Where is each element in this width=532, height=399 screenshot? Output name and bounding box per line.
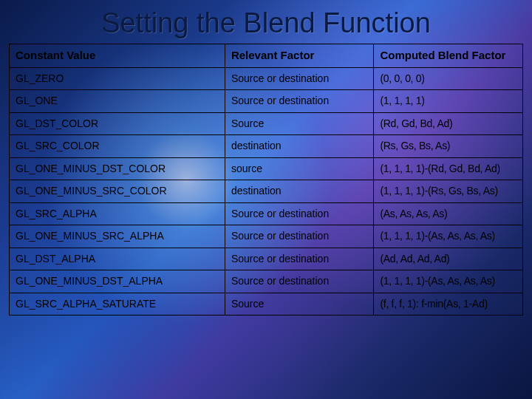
cell-computed: (As, As, As, As) bbox=[374, 202, 523, 225]
cell-factor: Source or destination bbox=[225, 225, 374, 248]
cell-constant: GL_ONE_MINUS_SRC_ALPHA bbox=[10, 225, 225, 248]
cell-computed: (Rd, Gd, Bd, Ad) bbox=[374, 112, 523, 135]
cell-computed: (1, 1, 1, 1)-(As, As, As, As) bbox=[374, 270, 523, 293]
cell-factor: Source or destination bbox=[225, 248, 374, 270]
blend-function-table: Constant Value Relevant Factor Computed … bbox=[9, 44, 523, 316]
cell-factor: Source bbox=[225, 112, 374, 135]
cell-factor: Source or destination bbox=[225, 67, 374, 90]
cell-constant: GL_SRC_COLOR bbox=[10, 135, 225, 158]
table-row: GL_ZEROSource or destination(0, 0, 0, 0) bbox=[10, 67, 523, 90]
slide-title: Setting the Blend Function bbox=[0, 0, 532, 44]
table-row: GL_SRC_COLORdestination(Rs, Gs, Bs, As) bbox=[10, 135, 523, 158]
slide: Setting the Blend Function Constant Valu… bbox=[0, 0, 532, 399]
cell-constant: GL_ONE bbox=[10, 90, 225, 113]
cell-constant: GL_ONE_MINUS_DST_ALPHA bbox=[10, 270, 225, 293]
table-row: GL_DST_COLORSource(Rd, Gd, Bd, Ad) bbox=[10, 112, 523, 135]
cell-computed: (1, 1, 1, 1)-(As, As, As, As) bbox=[374, 225, 523, 248]
table-row: GL_ONE_MINUS_DST_ALPHASource or destinat… bbox=[10, 270, 523, 293]
cell-factor: destination bbox=[225, 135, 374, 158]
cell-constant: GL_DST_COLOR bbox=[10, 112, 225, 135]
cell-factor: Source or destination bbox=[225, 270, 374, 293]
header-computed-blend-factor: Computed Blend Factor bbox=[374, 44, 523, 68]
cell-factor: source bbox=[225, 157, 374, 180]
table-row: GL_ONE_MINUS_SRC_ALPHASource or destinat… bbox=[10, 225, 523, 248]
cell-constant: GL_SRC_ALPHA bbox=[10, 202, 225, 225]
cell-computed: (f, f, f, 1): f-min(As, 1-Ad) bbox=[374, 293, 523, 316]
cell-factor: Source or destination bbox=[225, 90, 374, 113]
cell-computed: (1, 1, 1, 1)-(Rd, Gd, Bd, Ad) bbox=[374, 157, 523, 180]
cell-computed: (1, 1, 1, 1) bbox=[374, 90, 523, 113]
cell-factor: Source bbox=[225, 293, 374, 316]
cell-factor: Source or destination bbox=[225, 202, 374, 225]
table-row: GL_SRC_ALPHA_SATURATESource(f, f, f, 1):… bbox=[10, 293, 523, 316]
cell-computed: (Rs, Gs, Bs, As) bbox=[374, 135, 523, 158]
cell-constant: GL_ONE_MINUS_SRC_COLOR bbox=[10, 180, 225, 203]
cell-constant: GL_DST_ALPHA bbox=[10, 248, 225, 270]
cell-constant: GL_ZERO bbox=[10, 67, 225, 90]
cell-computed: (1, 1, 1, 1)-(Rs, Gs, Bs, As) bbox=[374, 180, 523, 203]
table-container: Constant Value Relevant Factor Computed … bbox=[0, 44, 532, 324]
cell-constant: GL_SRC_ALPHA_SATURATE bbox=[10, 293, 225, 316]
header-relevant-factor: Relevant Factor bbox=[225, 44, 374, 68]
cell-computed: (Ad, Ad, Ad, Ad) bbox=[374, 248, 523, 270]
cell-factor: destination bbox=[225, 180, 374, 203]
cell-constant: GL_ONE_MINUS_DST_COLOR bbox=[10, 157, 225, 180]
table-row: GL_ONESource or destination(1, 1, 1, 1) bbox=[10, 90, 523, 113]
cell-computed: (0, 0, 0, 0) bbox=[374, 67, 523, 90]
table-row: GL_DST_ALPHASource or destination(Ad, Ad… bbox=[10, 248, 523, 270]
table-row: GL_ONE_MINUS_SRC_COLORdestination(1, 1, … bbox=[10, 180, 523, 203]
table-row: GL_SRC_ALPHASource or destination(As, As… bbox=[10, 202, 523, 225]
table-row: GL_ONE_MINUS_DST_COLORsource(1, 1, 1, 1)… bbox=[10, 157, 523, 180]
header-constant-value: Constant Value bbox=[10, 44, 225, 68]
table-header-row: Constant Value Relevant Factor Computed … bbox=[10, 44, 523, 68]
